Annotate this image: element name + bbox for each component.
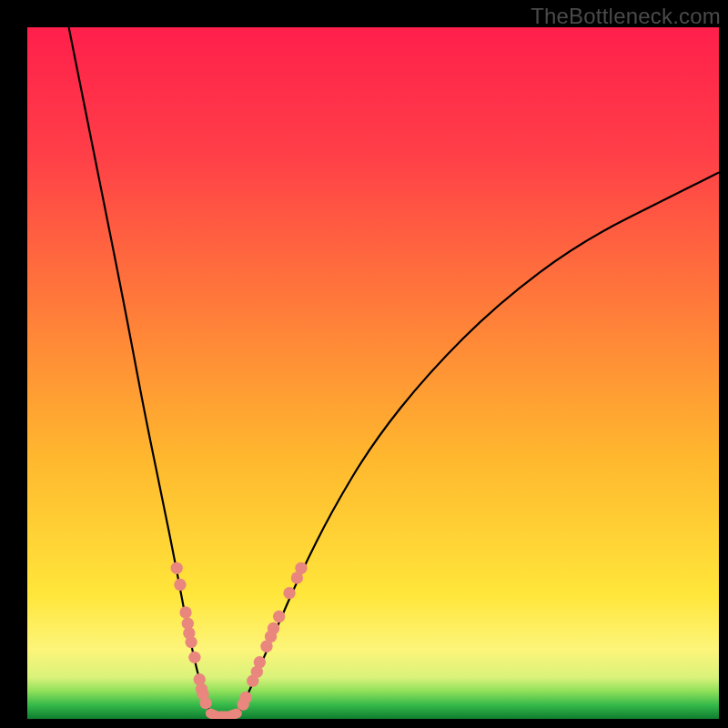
marker-right-4	[254, 656, 266, 668]
valley-connector	[210, 713, 237, 716]
plot-area	[27, 27, 719, 719]
marker-right-8	[273, 611, 285, 622]
curve-layer	[27, 27, 719, 719]
marker-right-1	[239, 692, 251, 703]
marker-right-7	[268, 622, 279, 634]
marker-left-6	[188, 652, 200, 663]
marker-left-0	[170, 562, 182, 574]
marker-dots	[170, 562, 307, 711]
chart-frame: TheBottleneck.com	[0, 0, 728, 728]
marker-right-9	[283, 587, 295, 599]
marker-left-1	[174, 579, 186, 591]
right-curve	[237, 173, 719, 719]
marker-right-11	[295, 562, 307, 574]
marker-left-10	[199, 697, 211, 709]
watermark-text: TheBottleneck.com	[531, 4, 721, 29]
marker-left-2	[179, 606, 191, 618]
marker-left-5	[185, 636, 197, 648]
